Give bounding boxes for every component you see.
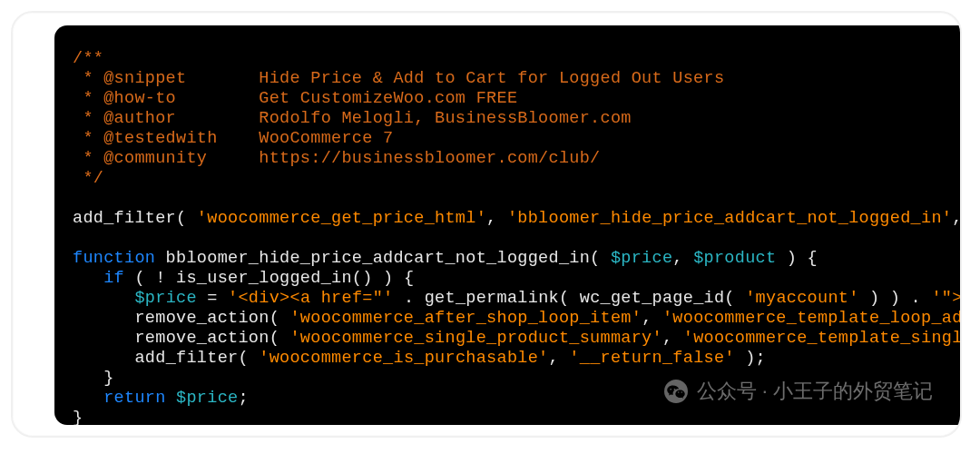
code-panel: /** * @snippet Hide Price & Add to Cart … [54, 25, 960, 425]
wechat-icon [664, 380, 688, 403]
screenshot-frame: /** * @snippet Hide Price & Add to Cart … [11, 11, 962, 438]
code-content: /** * @snippet Hide Price & Add to Cart … [54, 25, 960, 425]
watermark: 公众号 · 小王子的外贸笔记 [664, 378, 933, 405]
watermark-text: 公众号 · 小王子的外贸笔记 [697, 378, 933, 405]
